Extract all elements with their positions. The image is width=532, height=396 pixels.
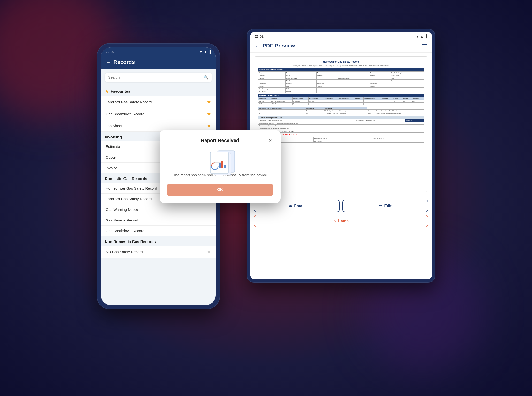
non-domestic-gas-section-header: Non Domestic Gas Records	[101, 236, 216, 246]
favourite-item-3-label: Job Sheet	[106, 124, 122, 128]
list-item[interactable]: Job Sheet ★	[101, 120, 216, 132]
search-bar[interactable]: 🔍	[105, 73, 212, 82]
modal-close-button[interactable]: ×	[267, 137, 273, 143]
list-item[interactable]: Gas Service Record	[101, 215, 216, 226]
tablet-status-bar: 22:02 ▼ ▲ ▐	[250, 32, 432, 41]
email-icon: ✉	[289, 204, 292, 208]
home-button-label: Home	[338, 219, 349, 223]
tablet-time: 22:02	[255, 34, 264, 38]
phone-status-bar: 22:02 ▼ ▲ ▐	[101, 47, 216, 56]
home-button[interactable]: ⌂ Home	[254, 215, 428, 227]
pdf-table-1: EngineerFraser NameName NameBarry's Heat…	[258, 71, 424, 93]
domestic-item-3: Gas Warning Notice	[106, 207, 138, 212]
favourites-label: Favourites	[111, 89, 130, 94]
list-item[interactable]: Gas Breakdown Record	[101, 226, 216, 236]
edit-icon: ✏	[379, 204, 382, 208]
svg-rect-6	[219, 163, 221, 168]
pdf-table-3: Labels and Warning Notice Issued Applian…	[258, 107, 424, 115]
list-item[interactable]: Gas Warning Notice	[101, 204, 216, 215]
list-item[interactable]: Gas Breakdown Record ★	[101, 108, 216, 120]
list-item[interactable]: ND Gas Safety Record ★	[101, 246, 216, 258]
favourite-star-1[interactable]: ★	[207, 99, 211, 105]
pdf-section-1: Installation/Purchaser Details	[258, 68, 424, 71]
report-illustration	[205, 148, 239, 175]
tablet-status-icons: ▼ ▲ ▐	[416, 34, 427, 38]
tablet-wifi-icon: ▼	[416, 34, 419, 38]
tablet-signal-icon: ▲	[420, 34, 424, 38]
invoicing-item-3: Invoice	[106, 166, 117, 170]
search-input[interactable]	[108, 75, 202, 79]
report-received-modal: Report Received ×	[160, 130, 281, 203]
report-icon	[205, 148, 235, 172]
battery-icon: ▐	[208, 50, 211, 54]
phone-page-title: Records	[114, 59, 135, 65]
signal-icon: ▲	[204, 50, 207, 54]
pdf-section-3-header: Labels and Warning Notice Issued Applian…	[258, 107, 424, 115]
phone-header: ← Records	[101, 56, 216, 69]
tablet-header: ← PDF Preview	[250, 41, 432, 53]
invoicing-item-1: Estimate	[106, 145, 120, 149]
pdf-table-4: Emergency Control Accessible: Yes Gas Ti…	[258, 119, 424, 136]
email-button-label: Email	[294, 204, 304, 208]
svg-rect-8	[224, 165, 226, 168]
favourite-star-3[interactable]: ★	[207, 123, 211, 128]
pdf-section-2: Appliance Details & Results	[258, 94, 424, 97]
domestic-item-4: Gas Service Record	[106, 218, 138, 222]
favourites-section-header: ★ Favourites	[101, 85, 216, 96]
phone-status-icons: ▼ ▲ ▐	[199, 50, 211, 54]
non-domestic-star-1[interactable]: ★	[207, 249, 211, 254]
phone-time: 22:02	[106, 50, 114, 54]
home-icon: ⌂	[334, 219, 336, 223]
pdf-document-title: Homeowner Gas Safety Record	[258, 61, 424, 63]
tablet-back-arrow-icon[interactable]: ←	[255, 43, 260, 49]
favourite-item-1-label: Landlord Gas Safety Record	[106, 100, 152, 104]
invoicing-item-2: Quote	[106, 155, 116, 159]
pdf-subtitle: Safety requirements and requirements for…	[258, 65, 424, 66]
favourite-star-2[interactable]: ★	[207, 111, 211, 116]
non-domestic-item-1: ND Gas Safety Record	[106, 250, 143, 254]
star-icon: ★	[105, 89, 109, 94]
tablet-header-left: ← PDF Preview	[255, 43, 295, 49]
modal-overlay: Report Received ×	[160, 130, 281, 203]
tablet-page-title: PDF Preview	[263, 43, 295, 49]
pdf-table-2: ApplianceLocationMake & ModelGC/Serial N…	[258, 97, 424, 105]
tablet-battery-icon: ▐	[425, 34, 427, 38]
domestic-item-2: Landlord Gas Safety Record	[106, 197, 152, 201]
pdf-section-4: Further Investigation Needed	[258, 116, 424, 119]
modal-ok-button[interactable]: OK	[167, 184, 273, 196]
non-domestic-gas-label: Non Domestic Gas Records	[105, 240, 156, 244]
modal-header: Report Received ×	[167, 137, 273, 143]
svg-point-11	[213, 164, 217, 168]
domestic-item-1: Homeonwer Gas Safety Record	[106, 186, 157, 190]
favourite-item-2-label: Gas Breakdown Record	[106, 112, 144, 116]
hamburger-menu-icon[interactable]	[422, 44, 427, 47]
modal-title: Report Received	[173, 138, 267, 143]
wifi-icon: ▼	[199, 50, 203, 54]
edit-button-label: Edit	[384, 204, 391, 208]
scene: 22:02 ▼ ▲ ▐ ← Records 🔍	[97, 29, 435, 367]
invoicing-label: Invoicing	[105, 135, 122, 139]
list-item[interactable]: Landlord Gas Safety Record ★	[101, 96, 216, 108]
domestic-item-5: Gas Breakdown Record	[106, 229, 144, 233]
search-icon: 🔍	[204, 75, 208, 80]
svg-rect-7	[221, 161, 223, 168]
pdf-signature-table: Engineer: Signed Homeowner: Signed Date:…	[258, 137, 424, 143]
edit-button[interactable]: ✏ Edit	[342, 200, 428, 212]
domestic-gas-label: Domestic Gas Records	[105, 177, 147, 181]
tablet-bottom-btn-row: ⌂ Home	[254, 215, 428, 227]
phone-back-arrow-icon[interactable]: ←	[106, 60, 111, 65]
